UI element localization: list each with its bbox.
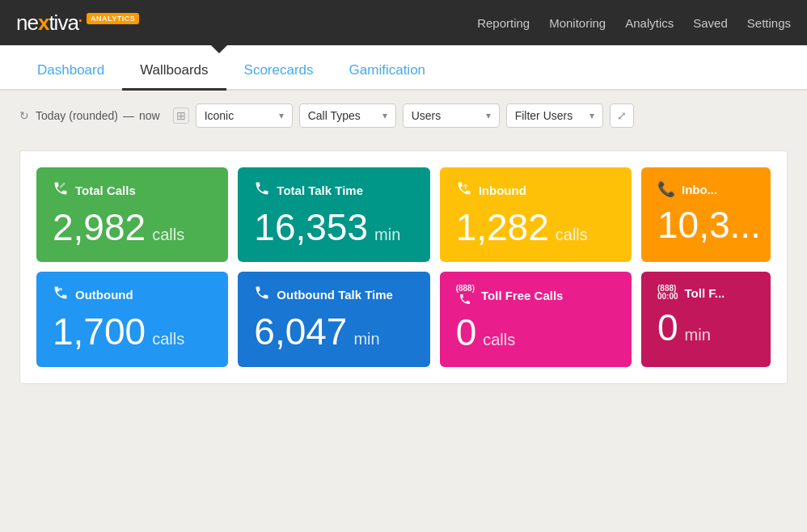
card-total-calls-title: Total Calls (75, 184, 136, 197)
card-total-calls-number: 2,982 (53, 209, 146, 246)
card-total-talk-time-value-area: 16,353 min (254, 209, 413, 246)
logo-dot-char: · (78, 7, 83, 32)
phone-clock-icon (254, 180, 270, 201)
card-total-calls-unit: calls (152, 226, 184, 243)
time-separator: — (123, 109, 134, 122)
toll-free-icon: (888) (456, 285, 475, 306)
nav-saved[interactable]: Saved (693, 16, 728, 30)
cards-wrapper: Total Calls 2,982 calls Total Talk Time … (19, 150, 788, 384)
chevron-down-icon: ▾ (589, 110, 594, 121)
cards-row-2: Outbound 1,700 calls Outbound Talk Time … (36, 272, 771, 367)
tab-scorecards[interactable]: Scorecards (226, 51, 332, 91)
dropdown-filter-users-value: Filter Users (515, 109, 573, 122)
dropdown-users-value: Users (412, 109, 442, 122)
card-outbound-talk-value-area: 6,047 min (254, 313, 413, 350)
card-total-talk-time-header: Total Talk Time (254, 180, 413, 201)
card-outbound-header: Outbound (53, 285, 212, 305)
dropdown-users[interactable]: Users ▾ (403, 103, 500, 128)
card-outbound-talk-header: Outbound Talk Time (254, 285, 413, 305)
cards-container: Total Calls 2,982 calls Total Talk Time … (0, 137, 807, 397)
dropdown-filter-users[interactable]: Filter Users ▾ (506, 103, 603, 128)
card-total-calls: Total Calls 2,982 calls (36, 167, 228, 262)
phone-inbound-icon (456, 180, 472, 201)
card-outbound: Outbound 1,700 calls (36, 272, 228, 367)
card-outbound-talk-time: Outbound Talk Time 6,047 min (238, 272, 429, 367)
dropdown-view[interactable]: Iconic ▾ (196, 103, 293, 128)
card-toll-free-partial-title: Toll F... (685, 286, 725, 300)
phone-icon (53, 180, 69, 201)
card-inbound-partial-header: 📞 Inbo... (657, 180, 754, 198)
refresh-icon[interactable]: ↻ (19, 109, 29, 122)
phone-outbound-clock-icon (254, 285, 270, 305)
card-toll-free-header: (888) Toll Free Calls (456, 285, 615, 306)
card-inbound-value-area: 1,282 calls (456, 209, 615, 246)
tabs-bar: Dashboard Wallboards Scorecards Gamifica… (0, 45, 807, 91)
calendar-icon[interactable]: ⊞ (173, 108, 189, 124)
card-total-talk-time: Total Talk Time 16,353 min (238, 167, 429, 262)
nav-analytics[interactable]: Analytics (625, 16, 674, 30)
card-toll-free-partial-header: (888)00:00 Toll F... (657, 285, 754, 301)
cards-row-1: Total Calls 2,982 calls Total Talk Time … (36, 167, 771, 262)
card-total-talk-time-unit: min (374, 226, 400, 243)
time-label: Today (rounded) — now (36, 109, 160, 122)
toll-free-888: (888) (456, 285, 475, 293)
analytics-badge: ANALYTICS (87, 13, 139, 24)
tab-gamification[interactable]: Gamification (332, 51, 443, 91)
card-outbound-number: 1,700 (53, 313, 146, 350)
nav-links: Reporting Monitoring Analytics Saved Set… (477, 16, 791, 30)
card-outbound-talk-number: 6,047 (254, 313, 347, 350)
export-icon: ⤢ (617, 109, 627, 122)
nav-settings[interactable]: Settings (747, 16, 791, 30)
card-toll-free-partial: (888)00:00 Toll F... 0 min (641, 272, 771, 367)
card-toll-free-unit: calls (483, 331, 515, 348)
card-inbound-partial-title: Inbo... (682, 183, 717, 196)
card-outbound-talk-title: Outbound Talk Time (277, 288, 393, 302)
time-now: now (139, 109, 160, 122)
card-inbound: Inbound 1,282 calls (440, 167, 632, 262)
phone-outbound-icon (53, 285, 69, 305)
card-inbound-talk-partial: 📞 Inbo... 10,3... (641, 167, 771, 262)
card-inbound-title: Inbound (479, 184, 526, 197)
card-total-calls-header: Total Calls (53, 180, 212, 201)
chevron-down-icon: ▾ (279, 110, 284, 121)
card-toll-free-partial-value-area: 0 min (657, 309, 754, 346)
card-toll-free-partial-unit: min (685, 327, 711, 343)
dropdown-call-types-value: Call Types (308, 109, 361, 122)
export-button[interactable]: ⤢ (610, 103, 634, 128)
card-total-talk-time-number: 16,353 (254, 209, 368, 246)
phone-partial-icon: 📞 (657, 180, 675, 198)
time-label-text: Today (rounded) (36, 109, 118, 122)
card-toll-free-value-area: 0 calls (456, 314, 615, 351)
card-inbound-number: 1,282 (456, 209, 549, 246)
card-total-calls-value-area: 2,982 calls (53, 209, 212, 246)
tab-wallboards[interactable]: Wallboards (122, 51, 226, 91)
logo-text: nextiva (16, 11, 78, 36)
dropdown-call-types[interactable]: Call Types ▾ (299, 103, 396, 128)
chevron-down-icon: ▾ (382, 110, 387, 121)
card-inbound-header: Inbound (456, 180, 615, 201)
card-toll-free-number: 0 (456, 314, 477, 351)
card-outbound-value-area: 1,700 calls (53, 313, 212, 350)
card-inbound-partial-number: 10,3... (657, 206, 761, 243)
logo-area: nextiva · ANALYTICS (16, 11, 139, 36)
nav-reporting[interactable]: Reporting (477, 16, 530, 30)
nav-monitoring[interactable]: Monitoring (549, 16, 606, 30)
card-outbound-unit: calls (152, 331, 184, 347)
controls-bar: ↻ Today (rounded) — now ⊞ Iconic ▾ Call … (0, 91, 807, 137)
card-outbound-talk-unit: min (353, 331, 379, 347)
dropdown-view-value: Iconic (205, 109, 234, 122)
card-toll-free-title: Toll Free Calls (481, 289, 563, 302)
card-toll-free: (888) Toll Free Calls 0 calls (440, 272, 632, 367)
card-outbound-title: Outbound (75, 288, 133, 302)
nav-arrow (211, 45, 227, 53)
chevron-down-icon: ▾ (486, 110, 491, 121)
tab-dashboard[interactable]: Dashboard (19, 51, 122, 91)
card-toll-free-partial-number: 0 (657, 309, 678, 346)
card-inbound-partial-value-area: 10,3... (657, 206, 754, 243)
card-inbound-unit: calls (556, 226, 588, 243)
toll-free-partial-icon: (888)00:00 (657, 285, 678, 301)
card-total-talk-time-title: Total Talk Time (277, 184, 363, 197)
navbar: nextiva · ANALYTICS Reporting Monitoring… (0, 0, 807, 45)
